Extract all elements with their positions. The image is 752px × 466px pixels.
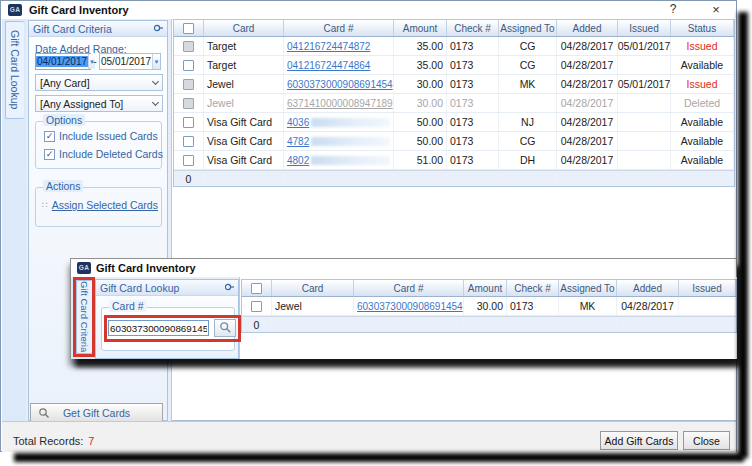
card-number-link[interactable]: 4802 <box>287 155 309 166</box>
drag-handle-icon: ∷ <box>42 200 48 210</box>
cell-card: Target <box>204 37 284 55</box>
column-header-added[interactable]: Added <box>557 20 618 36</box>
cell-amount: 35.00 <box>394 37 447 55</box>
column-header-assigned-to[interactable]: Assigned To <box>559 280 617 296</box>
cell-assigned-to <box>499 94 557 112</box>
table-header-row: CardCard #AmountCheck #Assigned ToAddedI… <box>174 20 734 37</box>
assigned-filter-value: [Any Assigned To] <box>40 98 123 110</box>
row-checkbox <box>183 79 194 90</box>
card-number-link[interactable]: 041216724474864 <box>287 60 370 71</box>
options-group-title: Options <box>43 114 85 126</box>
checkbox-checked-icon[interactable]: ✓ <box>44 131 55 142</box>
cell-check-no: 0173 <box>507 297 559 315</box>
cell-assigned-to: CG <box>499 132 557 150</box>
tab-gift-card-lookup[interactable]: Gift Card Lookup <box>5 21 24 119</box>
cell-status: Available <box>671 113 734 131</box>
tab-gift-card-lookup-label: Gift Card Lookup <box>9 30 21 109</box>
row-checkbox[interactable] <box>183 60 194 71</box>
cell-amount: 35.00 <box>394 56 447 74</box>
masked-digits <box>311 156 390 165</box>
column-header-check[interactable]: Check # <box>507 280 559 296</box>
column-header-card[interactable]: Card <box>272 280 354 296</box>
card-number-link[interactable]: 6030373000908691454 <box>287 79 393 90</box>
cell-amount: 50.00 <box>394 132 447 150</box>
include-deleted-label: Include Deleted Cards <box>59 148 163 160</box>
column-header-assigned-to[interactable]: Assigned To <box>499 20 557 36</box>
card-number-link[interactable]: 6030373000908691454 <box>357 301 463 312</box>
close-window-button[interactable]: × <box>707 2 725 17</box>
row-checkbox[interactable] <box>251 301 262 312</box>
card-filter-value: [Any Card] <box>40 77 90 89</box>
cell-check-no: 0173 <box>447 75 499 93</box>
cell-assigned-to: DH <box>499 151 557 169</box>
select-all-checkbox[interactable] <box>251 283 262 294</box>
card-number-link[interactable]: 6371410000008947189 <box>287 98 393 109</box>
status-badge: Available <box>681 154 723 166</box>
app-icon: GA <box>8 4 22 16</box>
include-issued-option[interactable]: ✓ Include Issued Cards <box>44 130 158 142</box>
card-number-link[interactable]: 4782 <box>287 136 309 147</box>
overlay-window-title: Gift Card Inventory <box>96 262 196 274</box>
annotation-box-criteria-tab <box>73 277 95 357</box>
column-header-issued[interactable]: Issued <box>618 20 671 36</box>
cell-added: 04/28/2017 <box>557 113 618 131</box>
get-gift-cards-button[interactable]: Get Gift Cards <box>30 403 163 422</box>
checkbox-checked-icon[interactable]: ✓ <box>44 149 55 160</box>
cell-status: Deleted <box>671 94 734 112</box>
column-header-card[interactable]: Card # <box>284 20 394 36</box>
cell-card: Jewel <box>204 75 284 93</box>
column-header-amount[interactable]: Amount <box>464 280 507 296</box>
assigned-filter-select[interactable]: [Any Assigned To] <box>35 95 163 112</box>
cell-added: 04/28/2017 <box>557 75 618 93</box>
overlay-gift-card-table: CardCard #AmountCheck #Assigned ToAddedI… <box>241 279 737 333</box>
card-number-link[interactable]: 4036 <box>287 117 309 128</box>
criteria-panel: Gift Card Criteria Date Added Range: 04/… <box>28 20 168 421</box>
cell-amount: 30.00 <box>394 75 447 93</box>
status-badge: Issued <box>687 40 718 52</box>
window-shadow <box>738 12 748 458</box>
pin-icon[interactable] <box>225 282 234 294</box>
actions-group: Actions ∷ Assign Selected Cards <box>35 187 162 227</box>
date-to-field[interactable]: 05/01/2017 ▼ <box>99 53 161 70</box>
card-number-link[interactable]: 041216724474872 <box>287 41 370 52</box>
get-gift-cards-label: Get Gift Cards <box>63 407 130 419</box>
status-badge: Available <box>681 116 723 128</box>
cell-card-no: 6371410000008947189 <box>284 94 394 112</box>
status-bar: Total Records:7 Add Gift Cards Close <box>2 421 736 452</box>
column-header-check[interactable]: Check # <box>447 20 499 36</box>
cell-check-no: 0173 <box>447 56 499 74</box>
assign-selected-cards-link[interactable]: Assign Selected Cards <box>52 199 158 211</box>
date-to-dropdown-icon[interactable]: ▼ <box>152 54 160 69</box>
column-header-added[interactable]: Added <box>617 280 679 296</box>
cell-card-no: 4802 <box>284 151 394 169</box>
criteria-panel-title: Gift Card Criteria <box>33 23 112 35</box>
cell-amount: 30.00 <box>464 297 507 315</box>
status-badge: Deleted <box>684 97 720 109</box>
table-header-row: CardCard #AmountCheck #Assigned ToAddedI… <box>242 280 736 297</box>
cell-issued: 05/01/2017 <box>618 75 671 93</box>
date-from-field[interactable]: 04/01/2017 ▼ <box>35 53 91 70</box>
column-header-card[interactable]: Card # <box>354 280 464 296</box>
help-button[interactable]: ? <box>664 2 682 17</box>
table-footer-row: 0 <box>174 170 734 186</box>
pin-icon[interactable] <box>154 23 163 35</box>
column-header-card[interactable]: Card <box>204 20 284 36</box>
card-filter-select[interactable]: [Any Card] <box>35 74 163 91</box>
close-button[interactable]: Close <box>683 431 730 450</box>
row-checkbox[interactable] <box>183 136 194 147</box>
row-checkbox[interactable] <box>183 117 194 128</box>
table-row: Jewel603037300090869145430.000173MK04/28… <box>174 75 734 94</box>
total-records: Total Records:7 <box>13 435 94 447</box>
row-checkbox[interactable] <box>183 155 194 166</box>
include-deleted-option[interactable]: ✓ Include Deleted Cards <box>44 148 163 160</box>
cell-status: Available <box>671 132 734 150</box>
column-header-amount[interactable]: Amount <box>394 20 447 36</box>
column-header-status[interactable]: Status <box>671 20 734 36</box>
column-header-issued[interactable]: Issued <box>679 280 736 296</box>
cell-issued <box>679 297 736 315</box>
chevron-down-icon <box>152 77 159 84</box>
select-all-checkbox[interactable] <box>183 23 194 34</box>
cell-check-no: 0173 <box>447 113 499 131</box>
add-gift-cards-button[interactable]: Add Gift Cards <box>600 431 678 450</box>
cell-card-no: 041216724474872 <box>284 37 394 55</box>
